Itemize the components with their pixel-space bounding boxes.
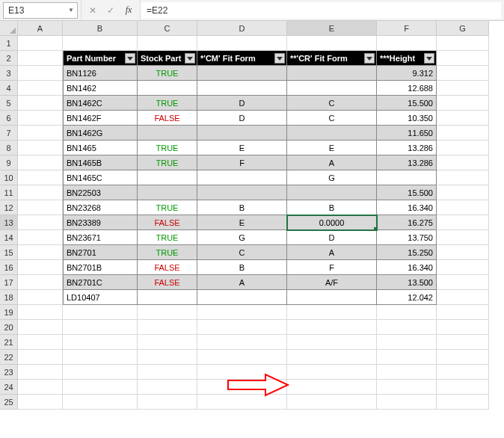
cr-fit-cell[interactable] <box>287 290 377 305</box>
cell[interactable] <box>437 245 489 260</box>
cell[interactable] <box>197 335 287 350</box>
stock-cell[interactable]: TRUE <box>138 66 197 81</box>
row-header[interactable]: 3 <box>0 66 18 81</box>
row-header[interactable]: 17 <box>0 275 18 290</box>
cell[interactable] <box>63 305 138 320</box>
cr-fit-cell[interactable]: B <box>287 200 377 215</box>
cell[interactable] <box>377 36 437 51</box>
cell[interactable] <box>18 170 63 185</box>
filter-dropdown-icon[interactable] <box>125 53 135 64</box>
cell[interactable] <box>437 200 489 215</box>
cell[interactable] <box>437 260 489 275</box>
row-header[interactable]: 22 <box>0 350 18 365</box>
cell[interactable] <box>437 380 489 395</box>
cell[interactable] <box>377 380 437 395</box>
part-number-cell[interactable]: BN23671 <box>63 230 138 245</box>
part-number-cell[interactable]: BN1126 <box>63 66 138 81</box>
stock-cell[interactable]: TRUE <box>138 141 197 155</box>
part-number-cell[interactable]: BN2701C <box>63 275 138 290</box>
cell[interactable] <box>287 335 377 350</box>
table-header[interactable]: Stock Part <box>138 51 197 66</box>
row-header[interactable]: 14 <box>0 230 18 245</box>
height-cell[interactable]: 12.688 <box>377 81 437 96</box>
cr-fit-cell[interactable]: D <box>287 230 377 245</box>
row-header[interactable]: 11 <box>0 185 18 200</box>
stock-cell[interactable]: FALSE <box>138 111 197 126</box>
height-cell[interactable]: 13.286 <box>377 141 437 155</box>
row-header[interactable]: 21 <box>0 335 18 350</box>
cell[interactable] <box>437 155 489 170</box>
cell[interactable] <box>197 365 287 380</box>
row-header[interactable]: 18 <box>0 290 18 305</box>
cell[interactable] <box>377 395 437 410</box>
cell[interactable] <box>377 335 437 350</box>
cr-fit-cell[interactable]: G <box>287 170 377 185</box>
cell[interactable] <box>437 350 489 365</box>
cell[interactable] <box>138 395 197 410</box>
row-header[interactable]: 1 <box>0 36 18 51</box>
cell[interactable] <box>18 215 63 230</box>
cell[interactable] <box>18 66 63 81</box>
height-cell[interactable]: 13.750 <box>377 230 437 245</box>
cell[interactable] <box>437 111 489 126</box>
filter-dropdown-icon[interactable] <box>274 53 285 64</box>
cm-fit-cell[interactable]: D <box>197 111 287 126</box>
cr-fit-cell[interactable]: E <box>287 141 377 155</box>
row-header[interactable]: 15 <box>0 245 18 260</box>
cell[interactable] <box>437 305 489 320</box>
cell[interactable] <box>437 51 489 66</box>
cr-fit-cell[interactable]: C <box>287 111 377 126</box>
cell[interactable] <box>287 350 377 365</box>
cm-fit-cell[interactable]: E <box>197 141 287 155</box>
row-header[interactable]: 19 <box>0 305 18 320</box>
column-header[interactable]: D <box>197 21 287 36</box>
cell[interactable] <box>437 141 489 155</box>
cm-fit-cell[interactable]: B <box>197 200 287 215</box>
cm-fit-cell[interactable]: A <box>197 275 287 290</box>
select-all-corner[interactable] <box>0 21 18 36</box>
cell[interactable] <box>18 305 63 320</box>
part-number-cell[interactable]: BN22503 <box>63 185 138 200</box>
cell[interactable] <box>377 350 437 365</box>
row-header[interactable]: 6 <box>0 111 18 126</box>
table-header[interactable]: *'CM' Fit Form <box>197 51 287 66</box>
cell[interactable] <box>197 320 287 335</box>
cm-fit-cell[interactable]: B <box>197 260 287 275</box>
filter-dropdown-icon[interactable] <box>185 53 195 64</box>
part-number-cell[interactable]: BN1462 <box>63 81 138 96</box>
cr-fit-cell[interactable]: A <box>287 155 377 170</box>
cell[interactable] <box>138 36 197 51</box>
stock-cell[interactable] <box>138 81 197 96</box>
table-header[interactable]: Part Number <box>63 51 138 66</box>
cr-fit-cell[interactable] <box>287 81 377 96</box>
cell[interactable] <box>18 245 63 260</box>
formula-input[interactable]: =E22 <box>141 2 501 19</box>
cr-fit-cell[interactable]: F <box>287 260 377 275</box>
height-cell[interactable] <box>377 170 437 185</box>
cell[interactable] <box>63 365 138 380</box>
part-number-cell[interactable]: BN1462C <box>63 96 138 111</box>
cr-fit-cell[interactable]: C <box>287 96 377 111</box>
cell[interactable] <box>18 320 63 335</box>
height-cell[interactable]: 15.500 <box>377 96 437 111</box>
accept-formula-button[interactable]: ✓ <box>102 3 119 18</box>
cm-fit-cell[interactable]: D <box>197 96 287 111</box>
cell[interactable] <box>437 126 489 141</box>
cr-fit-cell[interactable]: A/F <box>287 275 377 290</box>
cell[interactable] <box>138 335 197 350</box>
cell[interactable] <box>437 275 489 290</box>
stock-cell[interactable] <box>138 170 197 185</box>
stock-cell[interactable] <box>138 185 197 200</box>
column-header[interactable]: G <box>437 21 489 36</box>
row-header[interactable]: 23 <box>0 365 18 380</box>
cm-fit-cell[interactable]: G <box>197 230 287 245</box>
height-cell[interactable]: 15.500 <box>377 185 437 200</box>
cell[interactable] <box>138 365 197 380</box>
cm-fit-cell[interactable]: F <box>197 155 287 170</box>
cell[interactable] <box>287 320 377 335</box>
cell[interactable] <box>287 380 377 395</box>
row-header[interactable]: 7 <box>0 126 18 141</box>
row-header[interactable]: 12 <box>0 200 18 215</box>
height-cell[interactable]: 16.340 <box>377 260 437 275</box>
cell[interactable] <box>18 36 63 51</box>
